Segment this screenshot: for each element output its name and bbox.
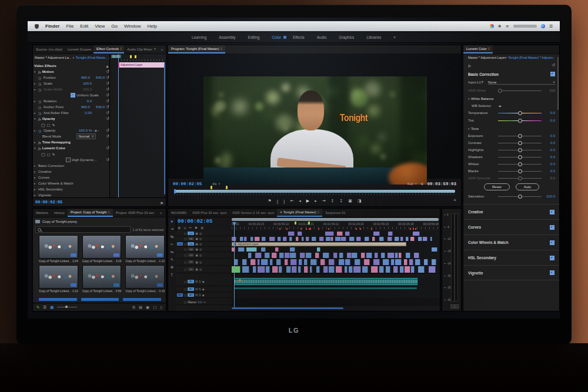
anti-flicker-value[interactable]: 0.00	[78, 111, 92, 115]
pen-tool[interactable]: ✎	[171, 257, 173, 262]
lumetri-hsl[interactable]: ▸HSL Secondary	[34, 186, 109, 192]
hsl-checkbox[interactable]	[550, 256, 554, 260]
search-input[interactable]	[43, 226, 128, 233]
timeline-clip[interactable]	[329, 259, 334, 265]
timeline-clip[interactable]	[371, 266, 378, 273]
curves-checkbox[interactable]	[550, 225, 554, 230]
timeline-clip[interactable]	[276, 259, 282, 265]
tab-sequence-01[interactable]: Sequence 01	[322, 209, 348, 217]
highlights-slider[interactable]	[498, 150, 542, 150]
tab-project-copy-of-tonight[interactable]: Project: Copy of Tonight≡	[68, 209, 113, 217]
lumetri-color-wheels[interactable]: ▸Color Wheels & Match	[34, 180, 109, 186]
timeline-ruler-labels[interactable]: 00:0000:00:29:2300:00:59:2200:01:29:2100…	[232, 222, 439, 226]
timeline-clip[interactable]	[317, 247, 320, 252]
timeline-settings-icon[interactable]: ⚙	[201, 226, 203, 230]
timeline-clip[interactable]	[286, 266, 291, 273]
eye-icon[interactable]: ◎	[199, 267, 202, 271]
vignette-checkbox[interactable]	[550, 270, 554, 275]
timeline-clip[interactable]	[255, 253, 262, 258]
reset-button[interactable]: Reset	[484, 183, 510, 190]
timeline-clip[interactable]	[262, 237, 266, 241]
track-header-a1[interactable]: ◻A1MS◆	[176, 277, 232, 286]
zoom-level-dropdown[interactable]: Fit˅	[213, 182, 220, 186]
hand-tool[interactable]: ✥	[171, 265, 173, 270]
sequence-marker[interactable]	[211, 186, 212, 189]
timeline-clip[interactable]	[353, 266, 361, 273]
position-x-value[interactable]: 960.0	[76, 76, 90, 79]
button-editor-plus[interactable]: +	[453, 197, 456, 203]
sequence-marker[interactable]	[226, 186, 228, 189]
mark-in-button[interactable]: {	[277, 199, 278, 203]
tint-value[interactable]: 0.0	[544, 119, 555, 122]
source-patch-v3[interactable]: V3	[177, 242, 183, 246]
timeline-hscrollbar[interactable]	[232, 307, 343, 309]
timeline-clip[interactable]	[406, 253, 410, 258]
workspace-libraries[interactable]: Libraries	[360, 34, 387, 41]
timeline-clip[interactable]	[299, 259, 302, 265]
tab-history[interactable]: History	[51, 209, 68, 217]
timeline-clip[interactable]	[275, 247, 278, 252]
list-view-button[interactable]: ☰	[43, 305, 46, 310]
notification-center-icon[interactable]: ☰	[549, 24, 553, 29]
timeline-clip[interactable]	[288, 232, 295, 236]
timeline-clip[interactable]	[302, 237, 304, 241]
lock-icon[interactable]: ◻	[184, 300, 186, 304]
track-header-v4[interactable]: ◻V4▣◎	[176, 247, 232, 252]
twirl-icon[interactable]: ▸	[34, 111, 37, 115]
timeline-clip[interactable]	[246, 247, 258, 252]
apple-menu-icon[interactable]	[35, 24, 39, 29]
lock-icon[interactable]: ◻	[184, 287, 186, 291]
contrast-slider[interactable]	[498, 143, 542, 143]
color-wheels-checkbox[interactable]	[550, 240, 554, 245]
white-balance-header[interactable]: ▾White Balance	[468, 96, 555, 102]
stopwatch-icon[interactable]: ◷	[38, 111, 42, 115]
ellipse-mask-icon[interactable]: ◯	[41, 123, 47, 127]
siri-icon[interactable]	[541, 24, 545, 28]
timeline-clip[interactable]	[300, 253, 305, 258]
keyframe-marker[interactable]	[130, 55, 132, 58]
timeline-clip[interactable]	[404, 259, 407, 265]
timeline-clip[interactable]	[306, 253, 312, 258]
panel-menu-icon[interactable]: ≡	[108, 210, 110, 214]
timeline-clip[interactable]	[381, 253, 386, 258]
timeline-clip[interactable]	[395, 259, 402, 265]
timeline-clip[interactable]	[349, 237, 355, 241]
creative-checkbox[interactable]	[550, 210, 554, 215]
menu-view[interactable]: View	[95, 24, 105, 29]
timeline-clip[interactable]	[400, 266, 403, 273]
selection-tool[interactable]: ➤	[171, 219, 173, 224]
timeline-clip[interactable]	[372, 237, 376, 241]
timeline-clip[interactable]	[375, 253, 377, 258]
timeline-clip[interactable]	[418, 266, 425, 273]
tab-project-kdr[interactable]: Project: KDR Plus 15 sec	[113, 209, 157, 217]
lock-icon[interactable]: ◻	[184, 267, 186, 271]
timeline-clip[interactable]	[290, 253, 296, 258]
audio-clip-thin[interactable]	[234, 287, 417, 289]
solo-button[interactable]: S	[199, 280, 201, 283]
track-header-v7[interactable]: ◻V7▣◎	[176, 231, 232, 236]
timeline-clip[interactable]	[415, 259, 420, 265]
slip-tool[interactable]: ⇆	[171, 250, 173, 254]
eye-icon[interactable]: ◎	[199, 237, 202, 240]
timeline-clip[interactable]	[365, 237, 369, 241]
timeline-clip[interactable]	[379, 237, 385, 241]
track-header-a3[interactable]: A1◻A3MS◆	[176, 292, 232, 298]
blacks-slider[interactable]	[498, 171, 542, 172]
timeline-clip[interactable]	[345, 259, 350, 265]
clip-thumbnail[interactable]	[39, 235, 78, 259]
tab-markers[interactable]: Markers	[33, 209, 51, 217]
effect-controls-timecode[interactable]: 00:00:02:05	[35, 200, 62, 205]
timeline-clip[interactable]	[430, 237, 432, 241]
timeline-clip[interactable]	[250, 259, 256, 265]
rotation-value[interactable]: 0.0	[78, 99, 92, 103]
timeline-clip[interactable]	[364, 259, 370, 265]
timeline-clip[interactable]	[345, 266, 348, 273]
timeline-timecode[interactable]: 00:00:02:05	[178, 219, 212, 225]
timeline-clip[interactable]	[290, 259, 297, 265]
timeline-clip[interactable]	[240, 237, 243, 241]
adjustment-layer-clip[interactable]: Adjustment Layer	[118, 62, 165, 68]
timeline-clip[interactable]	[316, 266, 320, 273]
eye-icon[interactable]: ◎	[199, 253, 202, 257]
chevron-down-icon[interactable]: ▾	[73, 56, 75, 59]
tab-sequence-961A6981[interactable]: 961A6981	[168, 209, 189, 217]
